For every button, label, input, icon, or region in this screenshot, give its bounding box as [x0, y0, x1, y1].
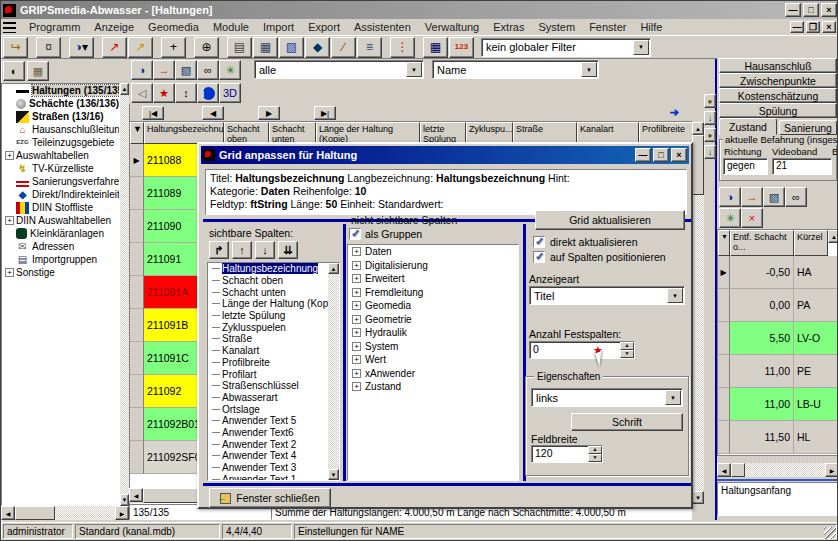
scroll-right-icon[interactable]: ▶ [115, 506, 129, 520]
column-header-7[interactable]: Straße [513, 122, 577, 144]
resize-grip[interactable] [824, 527, 836, 539]
menu-fenster[interactable]: Fenster [582, 20, 633, 34]
expand-plus-icon[interactable]: + [352, 342, 361, 351]
sidebar-item-hausanschluleitung[interactable]: ⌂Hausanschlußleitung [2, 123, 119, 136]
first-record-button[interactable]: |◀ [142, 106, 164, 120]
chart-pie-button[interactable]: ◑ [131, 60, 153, 80]
tree-group-item[interactable]: +Wert [348, 353, 518, 367]
spin-down-icon[interactable]: ▼ [588, 454, 602, 462]
spin-down-icon[interactable]: ▼ [620, 350, 634, 358]
list-item[interactable]: Kanalart [208, 345, 328, 357]
zustand-horizontal-scrollbar[interactable]: ◀ ▶ [717, 463, 838, 477]
sidebar-item-diin[interactable]: DIIN Stoffliste [2, 201, 119, 214]
videoband-field[interactable]: 21 [772, 158, 832, 175]
announce-button[interactable]: ◁ [131, 83, 153, 103]
dialog-close-button[interactable]: × [671, 148, 687, 162]
feldbreite-spinner[interactable]: 120 ▲▼ [531, 445, 603, 463]
sidebar-item-straen[interactable]: Straßen (13/16) [2, 110, 119, 123]
close-button[interactable]: × [821, 3, 837, 17]
add-record-button[interactable]: → [741, 187, 763, 207]
expand-plus-icon[interactable]: + [352, 274, 361, 283]
list-item[interactable]: Anwender Text6 [208, 427, 328, 439]
list-item[interactable]: Anwender Text 5 [208, 415, 328, 427]
kuerzel-cell[interactable]: HA [794, 256, 838, 289]
digitize-yellow-button[interactable]: ↗ [128, 37, 153, 58]
move-bottom-button[interactable]: ⇊ [278, 241, 298, 259]
entfernung-cell[interactable]: 11,00 [730, 388, 794, 421]
menu-module[interactable]: Module [206, 20, 256, 34]
exit-door-button[interactable]: ↪ [3, 37, 28, 58]
menu-anzeige[interactable]: Anzeige [87, 20, 141, 34]
delete-x-button[interactable]: × [741, 208, 763, 228]
add-record-button[interactable]: → [153, 60, 175, 80]
checkbox-checked-icon[interactable] [349, 228, 361, 240]
scroll-thumb[interactable] [731, 463, 745, 477]
als-gruppen-checkbox[interactable]: als Gruppen [349, 228, 422, 240]
sidebar-item-sanierungsverfahren[interactable]: Sanierungsverfahren_ [2, 175, 119, 188]
auf-spalten-checkbox[interactable]: auf Spalten positionieren [533, 251, 666, 263]
list-button[interactable]: ≡ [357, 37, 382, 58]
column-header-6[interactable]: Zykluspu... [466, 122, 513, 144]
scroll-track[interactable] [328, 274, 339, 469]
search-binoculars-button[interactable]: ∞ [785, 187, 807, 207]
expand-plus-icon[interactable]: + [352, 301, 361, 310]
kuerzel-cell[interactable]: LV-O [794, 322, 838, 355]
expand-plus-icon[interactable]: + [5, 151, 14, 160]
expand-plus-icon[interactable]: + [352, 247, 361, 256]
hidden-columns-tree[interactable]: +Daten+Digitalisierung+Erweitert+Fremdle… [347, 244, 519, 481]
scroll-left-icon[interactable]: ◀ [129, 488, 143, 502]
values-button[interactable]: 123 [449, 37, 474, 58]
tree-group-item[interactable]: +Hydraulik [348, 326, 518, 340]
visible-columns-list[interactable]: HaltungsbezeichnungSchacht obenSchacht u… [207, 262, 340, 481]
dialog-maximize-button[interactable]: □ [653, 148, 669, 162]
next-record-button[interactable]: ▶ [258, 106, 280, 120]
list-item[interactable]: Anwender Text 2 [208, 438, 328, 450]
kuerzel-cell[interactable]: PA [794, 289, 838, 322]
pencil-button[interactable]: ∕ [331, 37, 356, 58]
entfernung-cell[interactable]: 11,00 [730, 355, 794, 388]
grid-vertical-scrollbar[interactable]: ▲ ▼ [692, 122, 704, 504]
entfernung-cell[interactable]: 5,50 [730, 322, 794, 355]
scroll-down-icon[interactable]: ▼ [692, 491, 704, 504]
tree-group-item[interactable]: +Erweitert [348, 272, 518, 286]
expand-plus-icon[interactable]: + [5, 268, 14, 277]
maximize-button[interactable]: □ [803, 3, 819, 17]
column-header-8[interactable]: Kanalart [577, 122, 639, 144]
panel-button-zwischenpunkte[interactable]: Zwischenpunkte [719, 73, 837, 88]
list-scrollbar[interactable]: ▲ ▼ [328, 263, 339, 480]
tab-zustand[interactable]: Zustand [719, 118, 777, 135]
scroll-thumb[interactable] [692, 135, 704, 195]
sidebar-item-auswahltabellen[interactable]: +Auswahltabellen [2, 149, 119, 162]
tree-group-item[interactable]: +Digitalisierung [348, 259, 518, 273]
spin-up-icon[interactable]: ▲ [620, 342, 634, 350]
list-item[interactable]: letzte Spülung [208, 310, 328, 322]
splitter[interactable] [343, 224, 346, 481]
menu-import[interactable]: Import [256, 20, 301, 34]
anzeigeart-combo[interactable]: Titel ▼ [529, 286, 685, 305]
list-item[interactable]: Profilbreite [208, 357, 328, 369]
scroll-left-icon[interactable]: ◀ [717, 463, 731, 477]
ausrichtung-combo[interactable]: links ▼ [531, 388, 683, 407]
column-header-2[interactable]: Schacht oben [224, 122, 269, 144]
column-header-9[interactable]: Profilbreite [639, 122, 692, 144]
chevron-down-icon[interactable]: ▼ [633, 40, 649, 55]
scroll-up-icon[interactable]: ▲ [328, 263, 339, 274]
flatten-button[interactable]: ◆ [305, 37, 330, 58]
expand-plus-icon[interactable]: + [352, 315, 361, 324]
prev-record-button[interactable]: ◀ [202, 106, 224, 120]
kuerzel-cell[interactable]: HL [794, 421, 838, 454]
grid-aktualisieren-button[interactable]: Grid aktualisieren [535, 210, 685, 230]
list-item[interactable]: Profilart [208, 368, 328, 380]
tab-sanierung[interactable]: Sanierung [779, 120, 837, 135]
list-item[interactable]: Abwasserart [208, 392, 328, 404]
entfernung-cell[interactable]: -0,50 [730, 256, 794, 289]
menu-extras[interactable]: Extras [486, 20, 531, 34]
tree-group-item[interactable]: +Zustand [348, 380, 518, 394]
list-item[interactable]: Länge der Haltung (Kopie) [208, 298, 328, 310]
zustand-row[interactable]: 11,00LB-U [718, 388, 838, 421]
expand-plus-icon[interactable]: + [5, 216, 14, 225]
menu-export[interactable]: Export [301, 20, 347, 34]
zustand-row[interactable]: ▶-0,50HA [718, 256, 838, 289]
menu-hilfe[interactable]: Hilfe [633, 20, 669, 34]
column-header-entfschachto[interactable]: Entf. Schacht o... [730, 230, 794, 256]
